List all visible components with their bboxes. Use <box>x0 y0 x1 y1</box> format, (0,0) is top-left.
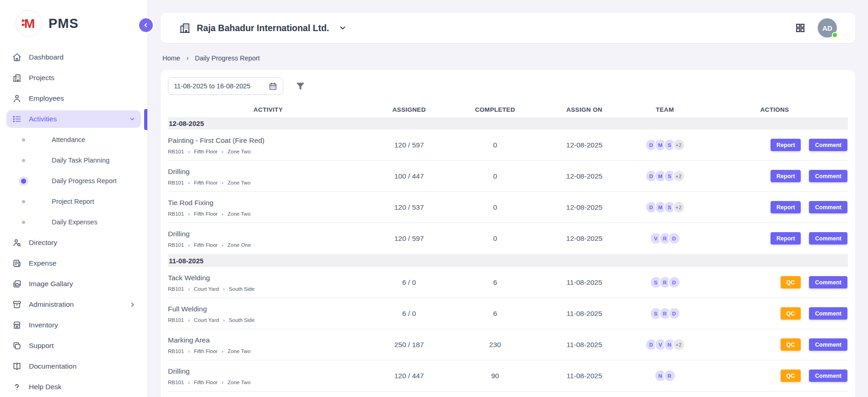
sidebar-item-image-gallary[interactable]: Image Gallary <box>6 275 141 293</box>
path-segment: RB101 <box>168 180 184 185</box>
assign-on-value: 11-08-2025 <box>540 372 628 380</box>
path-segment: RB101 <box>168 286 184 292</box>
list-icon <box>12 114 22 124</box>
activity-cell: Full WeldingRB101›Court Yard›South Side <box>168 304 368 323</box>
path-segment: Zone Two <box>227 348 250 354</box>
path-segment: Zone Two <box>227 180 250 185</box>
building-icon <box>12 73 22 83</box>
team-avatars: SRD <box>628 307 701 320</box>
chevron-right-icon: › <box>188 149 190 154</box>
user-avatar[interactable]: AD <box>818 18 837 38</box>
sidebar-item-label: Activities <box>29 115 57 123</box>
chevron-right-icon: › <box>188 380 190 385</box>
report-panel: 11-08-2025 to 16-08-2025 ACTIVITY ASSIGN… <box>161 70 855 397</box>
actions-cell: ReportComment <box>701 201 848 213</box>
comment-button[interactable]: Comment <box>809 232 847 245</box>
chevron-down-icon <box>129 116 135 122</box>
assign-on-value: 12-08-2025 <box>540 203 628 212</box>
report-button[interactable]: Report <box>771 201 801 213</box>
brand-name: PMS <box>49 16 79 31</box>
qc-button[interactable]: QC <box>781 276 801 288</box>
column-header-assign-on: ASSIGN ON <box>540 106 628 113</box>
activity-path: RB101›Fifth Floor›Zone Two <box>168 180 368 185</box>
chevron-right-icon: › <box>222 211 224 217</box>
activity-path: RB101›Court Yard›South Side <box>168 286 368 292</box>
table-row: DrillingRB101›Fifth Floor›Zone Two120 / … <box>168 360 848 392</box>
breadcrumb-home[interactable]: Home <box>162 54 180 62</box>
assigned-value: 120 / 447 <box>368 372 450 380</box>
path-segment: South Side <box>229 286 254 292</box>
sidebar-subitem-daily-expenses[interactable]: Daily Expenses <box>6 213 141 231</box>
sidebar-collapse-button[interactable] <box>137 16 155 34</box>
report-button[interactable]: Report <box>771 232 801 245</box>
sidebar-item-dashboard[interactable]: Dashboard <box>6 49 141 66</box>
sidebar-item-activities[interactable]: Activities <box>6 110 141 128</box>
comment-button[interactable]: Comment <box>809 338 847 351</box>
qc-button[interactable]: QC <box>781 307 801 320</box>
sidebar-item-label: Inventory <box>29 321 58 329</box>
team-avatar: D <box>668 307 680 320</box>
path-segment: Fifth Floor <box>194 180 218 185</box>
report-button[interactable]: Report <box>771 170 801 182</box>
filter-icon[interactable] <box>295 81 306 92</box>
date-range-input[interactable]: 11-08-2025 to 16-08-2025 <box>168 77 283 95</box>
filter-row: 11-08-2025 to 16-08-2025 <box>168 77 848 95</box>
person-search-icon <box>12 238 22 248</box>
sidebar-subitem-label: Daily Expenses <box>52 218 97 226</box>
sidebar-subitem-attendance[interactable]: Attendance <box>6 131 141 148</box>
team-avatars: DMS+2 <box>628 139 701 151</box>
sidebar-item-expense[interactable]: Expense <box>6 255 141 272</box>
bullet-icon <box>22 221 25 224</box>
sidebar-subitem-label: Attendance <box>52 136 85 143</box>
bullet-icon <box>22 138 25 141</box>
activity-cell: DrillingRB101›Fifth Floor›Zone One <box>168 229 368 248</box>
sidebar-item-employees[interactable]: Employees <box>6 90 141 107</box>
comment-button[interactable]: Comment <box>809 370 847 382</box>
apps-grid-icon[interactable] <box>795 22 806 33</box>
path-segment: RB101 <box>168 211 184 217</box>
assigned-value: 100 / 447 <box>368 172 450 180</box>
team-avatars: NR <box>628 370 701 382</box>
comment-button[interactable]: Comment <box>809 170 847 182</box>
company-selector[interactable]: Raja Bahadur International Ltd. <box>179 22 347 34</box>
comment-button[interactable]: Comment <box>809 139 847 151</box>
qc-button[interactable]: QC <box>781 338 801 351</box>
home-icon <box>12 52 22 62</box>
path-segment: Fifth Floor <box>194 242 218 248</box>
column-header-team: TEAM <box>628 106 701 113</box>
completed-value: 6 <box>450 278 540 287</box>
table-row: Marking AreaRB101›Fifth Floor›Zone Two25… <box>168 329 848 360</box>
table-row: Tack WeldingRB101›Court Yard›South Side6… <box>168 267 848 298</box>
team-avatar: D <box>668 232 680 245</box>
path-segment: South Side <box>229 317 254 323</box>
qc-button[interactable]: QC <box>781 370 801 382</box>
svg-text:M: M <box>24 16 35 31</box>
activity-cell: Marking AreaRB101›Fifth Floor›Zone Two <box>168 335 368 354</box>
sidebar-subitem-daily-progress-report[interactable]: Daily Progress Report <box>6 172 141 190</box>
sidebar-item-documentation[interactable]: Documentation <box>6 358 141 375</box>
team-avatars: DVN+2 <box>628 338 701 351</box>
bullet-icon <box>22 159 25 162</box>
report-button[interactable]: Report <box>771 139 801 151</box>
comment-button[interactable]: Comment <box>809 307 847 320</box>
question-icon <box>12 382 22 392</box>
sidebar-item-help-desk[interactable]: Help Desk <box>6 378 141 396</box>
team-extra-badge: +2 <box>673 201 685 213</box>
sidebar-item-projects[interactable]: Projects <box>6 69 141 87</box>
sidebar-item-administration[interactable]: Administration <box>6 296 141 313</box>
comment-button[interactable]: Comment <box>809 201 847 213</box>
gallery-icon <box>12 279 22 289</box>
comment-button[interactable]: Comment <box>809 276 847 288</box>
path-segment: RB101 <box>168 149 184 154</box>
sidebar-item-directory[interactable]: Directory <box>6 234 141 251</box>
team-avatars: SRD <box>628 276 701 288</box>
sidebar-subitem-daily-task-planning[interactable]: Daily Task Planning <box>6 152 141 169</box>
path-segment: Zone One <box>227 242 251 248</box>
sidebar-item-support[interactable]: Support <box>6 337 141 354</box>
chevron-right-icon: › <box>188 348 190 354</box>
sidebar-item-inventory[interactable]: Inventory <box>6 316 141 334</box>
completed-value: 0 <box>450 203 540 212</box>
date-range-value: 11-08-2025 to 16-08-2025 <box>174 82 250 90</box>
sidebar-subitem-project-report[interactable]: Project Report <box>6 193 141 210</box>
book-icon <box>12 361 22 371</box>
